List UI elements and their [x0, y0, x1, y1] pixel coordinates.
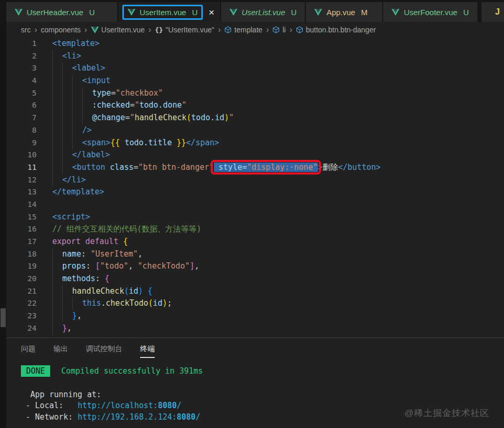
tab-userheader[interactable]: UserHeader.vueU [6, 2, 117, 22]
breadcrumb-item[interactable]: UserItem.vue [91, 26, 145, 34]
code-line[interactable]: 18name: "UserItem", [6, 248, 504, 261]
tab-app[interactable]: App.vueM [306, 2, 382, 22]
terminal-url-link[interactable]: http://192.168.2.124:8080/ [77, 412, 200, 422]
breadcrumb-item[interactable]: src [21, 26, 31, 34]
vue-icon [128, 9, 135, 16]
line-number: 11 [6, 161, 37, 174]
terminal-url-link[interactable]: http://localhost:8080/ [77, 401, 181, 410]
code-text: export default { [37, 236, 128, 248]
tab-label: App.vue [326, 8, 355, 17]
code-token: [ [95, 261, 100, 271]
close-icon[interactable]: × [209, 7, 214, 17]
line-number: 13 [6, 186, 37, 199]
breadcrumb-item[interactable]: li [272, 26, 285, 34]
code-text: // 组件交互相关的代码(数据、方法等等) [37, 223, 201, 236]
code-line[interactable]: 13</template> [6, 186, 504, 199]
code-token: " [182, 100, 187, 110]
code-line[interactable]: 7@change="handleCheck(todo.id)" [6, 112, 504, 124]
tab-userfooter[interactable]: UserFooter.vueU [383, 2, 477, 22]
indent-guide [52, 174, 62, 187]
breadcrumb-separator-icon: › [218, 26, 221, 34]
code-text: this.checkTodo(id); [37, 297, 172, 310]
code-text: props: ["todo", "checkTodo"], [37, 260, 199, 273]
code-line[interactable]: 4<input [6, 75, 504, 87]
breadcrumb-separator-icon: › [290, 26, 292, 34]
code-line[interactable]: 5type="checkbox" [6, 87, 504, 100]
panel-tab-output[interactable]: 输出 [53, 344, 68, 358]
code-line[interactable]: 2<li> [6, 50, 504, 63]
tab-label: UserHeader.vue [27, 8, 83, 17]
breadcrumb-label: components [41, 26, 81, 34]
code-line[interactable]: 16// 组件交互相关的代码(数据、方法等等) [6, 223, 504, 236]
breadcrumb-item[interactable]: button.btn.btn-danger [296, 26, 376, 34]
tab-userlist[interactable]: UserList.vueU [221, 2, 305, 22]
panel-tab-debug-console[interactable]: 调试控制台 [86, 344, 122, 358]
code-line[interactable]: 19props: ["todo", "checkTodo"], [6, 260, 504, 273]
code-token: this [82, 298, 101, 308]
code-token: "checkbox" [116, 88, 163, 98]
git-status-badge: U [463, 8, 469, 17]
code-token: // 组件交互相关的代码(数据、方法等等) [52, 224, 201, 234]
code-text: <script> [37, 211, 90, 224]
code-line[interactable]: 1<template> [6, 38, 504, 50]
code-line[interactable]: 11<button class="btn btn-danger" style="… [6, 161, 504, 174]
code-token: }} [177, 138, 186, 147]
indent-guide [62, 285, 72, 298]
vscode-window: UserHeader.vueUUserItem.vueU×UserList.vu… [0, 0, 504, 428]
compile-status-line: DONE Compiled successfully in 391ms [21, 366, 504, 377]
line-number: 21 [6, 285, 37, 298]
tab-js-partial[interactable]: J [482, 2, 504, 22]
indent-guide [62, 87, 72, 100]
symbol-cube-icon [296, 26, 303, 33]
code-text: <li> [37, 50, 81, 63]
line-number: 6 [6, 99, 37, 112]
code-line[interactable]: 12</li> [6, 174, 504, 187]
panel-tab-problems[interactable]: 问题 [21, 344, 36, 358]
line-number: 5 [6, 87, 37, 100]
scrollbar-thumb[interactable] [1, 308, 6, 327]
indent-guide [52, 87, 62, 100]
panel-tab-terminal[interactable]: 终端 [140, 344, 155, 358]
code-token: <label> [72, 63, 105, 73]
url-port: 8080 [158, 401, 177, 410]
code-line[interactable]: 9<span>{{ todo.title }}</span> [6, 137, 504, 149]
code-editor[interactable]: 1<template>2<li>3<label>4<input5type="ch… [6, 38, 504, 338]
code-line[interactable]: 24}, [6, 322, 504, 335]
code-line[interactable]: 22this.checkTodo(id); [6, 297, 504, 310]
code-token: {{ [110, 138, 120, 147]
code-token: : [86, 261, 95, 271]
terminal-line: App running at: [21, 389, 504, 401]
tab-content: J [495, 7, 500, 17]
tab-useritem[interactable]: UserItem.vueU× [118, 2, 220, 22]
tab-content: App.vueM [314, 8, 368, 17]
line-number: 1 [6, 38, 37, 50]
code-line[interactable]: 8/> [6, 124, 504, 137]
watermark: @稀土掘金技术社区 [405, 407, 489, 419]
code-line[interactable]: 23}, [6, 310, 504, 322]
code-token: id [129, 286, 138, 296]
code-text: handleCheck(id) { [37, 285, 153, 298]
code-token: } [62, 323, 67, 333]
line-number: 12 [6, 174, 37, 187]
indent-guide [52, 285, 62, 298]
code-token: = [111, 88, 116, 98]
code-line[interactable]: 20methods: { [6, 273, 504, 285]
code-token: <template> [52, 39, 99, 48]
code-line[interactable]: 6:checked="todo.done" [6, 99, 504, 112]
selection-red-annotation-box: style="display:·none" [214, 163, 318, 172]
code-line[interactable]: 21handleCheck(id) { [6, 285, 504, 298]
line-number: 10 [6, 149, 37, 161]
git-status-badge: U [192, 8, 198, 17]
code-line[interactable]: 10</label> [6, 149, 504, 161]
code-token: id [153, 298, 163, 308]
breadcrumb-item[interactable]: template [224, 26, 262, 34]
indent-guide [52, 161, 62, 174]
code-line[interactable]: 3<label> [6, 62, 504, 75]
code-line[interactable]: 14 [6, 199, 504, 211]
breadcrumb-item[interactable]: {}"UserItem.vue" [155, 26, 214, 34]
code-token: export [52, 237, 81, 246]
tab-label: UserList.vue [242, 8, 285, 17]
code-line[interactable]: 15<script> [6, 211, 504, 224]
breadcrumb-item[interactable]: components [41, 26, 81, 34]
code-line[interactable]: 17export default { [6, 236, 504, 248]
